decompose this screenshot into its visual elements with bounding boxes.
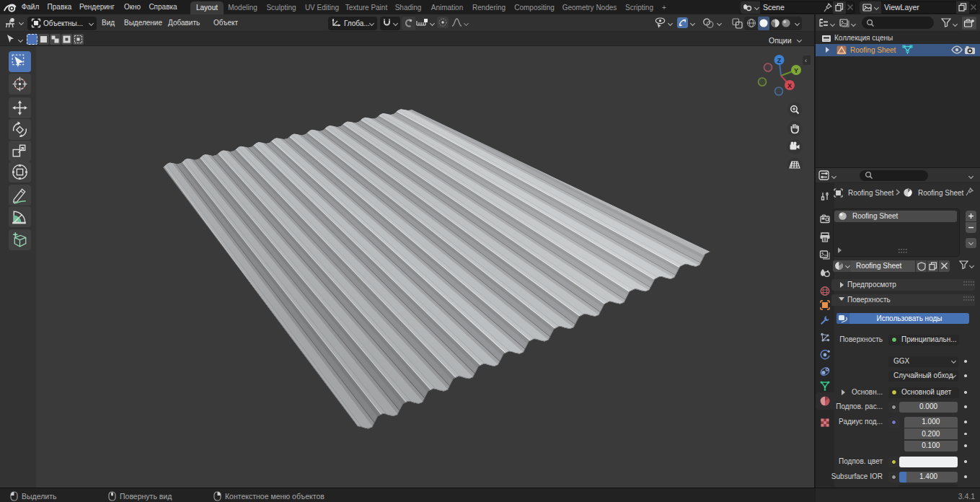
- svg-text:X: X: [787, 82, 792, 89]
- svg-text:Z: Z: [777, 57, 782, 64]
- svg-text:Y: Y: [794, 67, 798, 74]
